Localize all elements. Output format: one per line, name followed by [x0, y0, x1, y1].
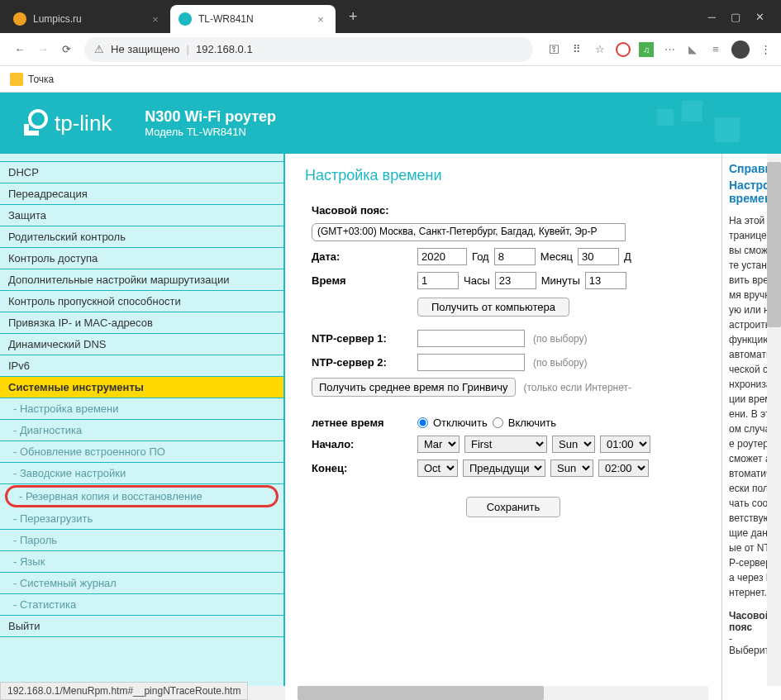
sidebar-item[interactable]: - Язык [0, 551, 283, 573]
day-label: Д [624, 250, 631, 263]
menu-icon[interactable]: ⋮ [758, 42, 773, 57]
ntp-optional: (по выбору) [533, 357, 588, 369]
start-label: Начало: [312, 438, 417, 450]
sidebar-item[interactable]: Системные инструменты [0, 377, 283, 398]
model-title: N300 Wi-Fi роутер [145, 108, 276, 126]
ntp2-input[interactable] [417, 354, 525, 371]
dst-label: летнее время [312, 417, 417, 429]
start-hour-select[interactable]: 01:00 [600, 436, 650, 453]
day-input[interactable] [578, 248, 619, 265]
sidebar-item[interactable]: Гостевая сеть [0, 154, 283, 162]
svg-rect-4 [682, 101, 702, 121]
year-label: Год [472, 250, 489, 263]
sidebar-item[interactable]: Привязка IP- и MAC-адресов [0, 312, 283, 334]
main-scrollbar[interactable] [298, 686, 708, 700]
browser-tab-active[interactable]: TL-WR841N × [170, 5, 336, 33]
favicon-icon [179, 12, 192, 26]
timezone-label: Часовой пояс: [312, 204, 417, 217]
close-window-icon[interactable]: ✕ [755, 11, 764, 23]
bookmarks-bar: Точка [0, 66, 781, 93]
minimize-icon[interactable]: ─ [708, 11, 716, 23]
sidebar-item[interactable]: - Резервная копия и восстановление [5, 485, 279, 507]
ntp1-label: NTP-сервер 1: [312, 332, 417, 345]
get-from-pc-button[interactable]: Получить от компьютера [417, 298, 569, 317]
sidebar-item[interactable]: Переадресация [0, 183, 283, 205]
sidebar-item[interactable]: - Перезагрузить [0, 508, 283, 530]
vertical-scrollbar[interactable] [767, 154, 781, 686]
dst-on-label: Включить [508, 417, 556, 429]
ntp1-input[interactable] [417, 330, 525, 347]
sidebar-menu: Гостевая сетьDHCPПереадресацияЗащитаРоди… [0, 154, 285, 700]
forward-button[interactable]: → [31, 38, 55, 61]
dst-on-radio[interactable] [493, 417, 503, 428]
svg-rect-1 [24, 124, 29, 136]
month-label: Месяц [541, 250, 573, 263]
avatar[interactable] [731, 40, 750, 59]
start-day-select[interactable]: Sun [552, 436, 595, 453]
end-hour-select[interactable]: 02:00 [598, 460, 649, 477]
ext-icon-2[interactable]: ◣ [685, 42, 700, 57]
router-header: tp-link N300 Wi-Fi роутер Модель TL-WR84… [0, 93, 781, 154]
translate-icon[interactable]: ⠿ [569, 42, 584, 57]
end-label: Конец: [312, 462, 417, 474]
star-icon[interactable]: ☆ [593, 42, 607, 57]
sidebar-item[interactable]: - Пароль [0, 530, 283, 551]
second-input[interactable] [585, 272, 626, 289]
insecure-label: Не защищено [111, 43, 180, 55]
key-icon[interactable]: ⚿ [546, 42, 561, 57]
sidebar-item[interactable]: Контроль пропускной способности [0, 291, 283, 312]
get-gmt-button[interactable]: Получить среднее время по Гринвичу [312, 378, 516, 397]
tab-title: TL-WR841N [198, 13, 309, 25]
model-number: Модель TL-WR841N [145, 126, 276, 138]
browser-titlebar: Lumpics.ru × TL-WR841N × + ─ ▢ ✕ [0, 0, 781, 33]
url-text: 192.168.0.1 [196, 43, 253, 55]
opera-ext-icon[interactable] [616, 42, 631, 57]
end-week-select[interactable]: Предыдущий [463, 460, 545, 477]
gmt-note: (только если Интернет- [524, 382, 631, 393]
reload-button[interactable]: ⟳ [55, 38, 78, 61]
bookmark-item[interactable]: Точка [10, 73, 54, 86]
maximize-icon[interactable]: ▢ [731, 11, 741, 23]
sidebar-item[interactable]: Выйти [0, 616, 283, 637]
new-tab-button[interactable]: + [342, 5, 364, 29]
svg-point-0 [30, 111, 46, 127]
month-input[interactable] [494, 248, 536, 265]
sidebar-item[interactable]: Контроль доступа [0, 248, 283, 269]
tab-title: Lumpics.ru [33, 13, 144, 25]
hour-label: Часы [464, 274, 490, 287]
dst-off-radio[interactable] [417, 417, 428, 428]
sidebar-item[interactable]: - Настройка времени [0, 398, 283, 420]
time-label: Время [312, 274, 417, 287]
sidebar-item[interactable]: - Системный журнал [0, 573, 283, 594]
browser-tab[interactable]: Lumpics.ru × [5, 5, 170, 33]
end-day-select[interactable]: Sun [550, 460, 593, 477]
sidebar-item[interactable]: DHCP [0, 162, 283, 183]
sidebar-item[interactable]: IPv6 [0, 355, 283, 377]
sidebar-item[interactable]: - Обновление встроенного ПО [0, 441, 283, 463]
close-icon[interactable]: × [149, 12, 162, 26]
minute-input[interactable] [495, 272, 536, 289]
sidebar-item[interactable]: Родительский контроль [0, 226, 283, 248]
start-week-select[interactable]: First [464, 436, 547, 453]
music-ext-icon[interactable]: ♫ [639, 42, 654, 57]
sidebar-item[interactable]: Дополнительные настройки маршрутизации [0, 269, 283, 291]
back-button[interactable]: ← [8, 38, 31, 61]
sidebar-item[interactable]: - Заводские настройки [0, 463, 283, 484]
ext-icon[interactable]: ⋯ [662, 42, 677, 57]
brand-logo: tp-link [20, 109, 112, 137]
dst-off-label: Отключить [433, 417, 488, 429]
save-button[interactable]: Сохранить [466, 497, 561, 517]
hour-input[interactable] [417, 272, 459, 289]
timezone-select[interactable]: (GMT+03:00) Москва, Санкт-Петербург, Баг… [312, 223, 626, 241]
url-input[interactable]: ⚠ Не защищено | 192.168.0.1 [84, 37, 533, 62]
ext-icon-3[interactable]: ≡ [708, 42, 723, 57]
start-month-select[interactable]: Mar [417, 436, 460, 453]
close-icon[interactable]: × [314, 12, 327, 26]
sidebar-item[interactable]: Динамический DNS [0, 334, 283, 355]
sidebar-item[interactable]: - Статистика [0, 594, 283, 616]
end-month-select[interactable]: Oct [417, 460, 458, 477]
year-input[interactable] [417, 248, 467, 265]
sidebar-item[interactable]: Защита [0, 205, 283, 226]
svg-rect-2 [29, 131, 39, 136]
sidebar-item[interactable]: - Диагностика [0, 420, 283, 441]
